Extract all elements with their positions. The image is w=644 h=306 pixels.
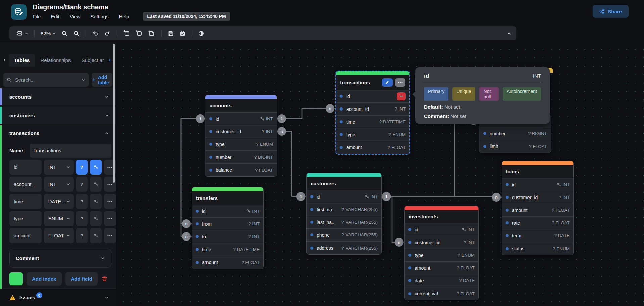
tabs-scroll-left-icon[interactable] xyxy=(0,58,9,62)
tab-subject-areas[interactable]: Subject ar xyxy=(76,54,107,67)
field-name-input[interactable]: time xyxy=(9,194,42,209)
field-more-options-button[interactable] xyxy=(104,211,116,226)
add-area-button[interactable] xyxy=(133,28,145,38)
table-more-options-button[interactable] xyxy=(395,78,405,87)
diagram-field-row[interactable]: time? DATETIME xyxy=(192,243,263,256)
field-name-input[interactable]: amount xyxy=(9,228,42,243)
add-table-button[interactable] xyxy=(121,28,133,38)
diagram-canvas[interactable]: 1 n 1 n 1 n n 1 1 n 1 n 1 n accounts idI… xyxy=(116,42,644,306)
add-field-button[interactable]: Add field xyxy=(65,272,98,286)
search-input[interactable] xyxy=(14,77,79,83)
menu-settings[interactable]: Settings xyxy=(90,14,108,19)
diagram-field-row[interactable]: from? INT xyxy=(192,218,263,230)
field-nullable-button[interactable]: ? xyxy=(76,160,88,175)
diagram-field-row[interactable]: number? BIGINT xyxy=(479,127,551,140)
diagram-field-row[interactable]: customer_id? INT xyxy=(502,191,573,204)
caret-down-icon[interactable] xyxy=(81,78,85,82)
menu-edit[interactable]: Edit xyxy=(51,14,59,19)
menu-help[interactable]: Help xyxy=(119,14,129,19)
field-primary-key-button[interactable] xyxy=(90,194,102,209)
table-name-input[interactable]: transactions xyxy=(30,144,111,158)
diagram-field-row[interactable]: id xyxy=(336,90,409,103)
field-name-input[interactable]: id xyxy=(9,160,42,175)
field-primary-key-button[interactable] xyxy=(90,160,102,175)
diagram-field-row[interactable]: amount? FLOAT xyxy=(405,262,478,274)
diagram-field-row[interactable]: amount? FLOAT xyxy=(502,204,573,217)
diagram-field-row[interactable]: limit? FLOAT xyxy=(479,140,551,153)
field-name-input[interactable]: account_ xyxy=(9,177,42,192)
field-name-input[interactable]: type xyxy=(9,211,42,226)
diagram-table-transfers[interactable]: transfers idINT from? INT to? INT time? … xyxy=(192,187,264,269)
diagram-field-row[interactable]: current_val? FLOAT xyxy=(405,287,478,300)
diagram-field-row[interactable]: type? ENUM xyxy=(336,128,409,141)
diagram-table-loans[interactable]: loans idINT customer_id? INT amount? FLO… xyxy=(502,161,574,255)
field-type-select[interactable]: FLOAT xyxy=(44,228,74,243)
diagram-field-row[interactable]: term? DATE xyxy=(502,229,573,242)
zoom-in-button[interactable] xyxy=(59,28,71,38)
theme-contrast-button[interactable] xyxy=(195,28,207,38)
field-type-select[interactable]: DATE... xyxy=(44,194,74,209)
field-more-options-button[interactable] xyxy=(104,194,116,209)
zoom-level-dropdown[interactable]: 82% xyxy=(38,28,59,38)
diagram-field-row[interactable]: address? VARCHAR(255) xyxy=(307,242,381,254)
sidebar-scrollbar[interactable] xyxy=(113,44,115,183)
diagram-field-row[interactable]: amount? FLOAT xyxy=(192,256,263,269)
diagram-field-row[interactable]: phone? VARCHAR(255) xyxy=(307,229,381,242)
diagram-field-row[interactable]: time? DATETIME xyxy=(336,116,409,128)
tabs-scroll-right-icon[interactable] xyxy=(107,58,112,62)
field-nullable-button[interactable]: ? xyxy=(76,177,88,192)
field-type-select[interactable]: ENUM xyxy=(44,211,74,226)
edit-table-button[interactable] xyxy=(382,78,393,87)
diagram-field-row[interactable]: type? ENUM xyxy=(205,138,277,151)
commit-button[interactable] xyxy=(177,28,188,38)
layout-button[interactable] xyxy=(14,28,31,38)
diagram-field-row[interactable]: first_na...? VARCHAR(255) xyxy=(307,203,381,216)
field-nullable-button[interactable]: ? xyxy=(76,211,88,226)
diagram-field-row[interactable]: account_id? INT xyxy=(336,103,409,116)
field-type-select[interactable]: INT xyxy=(44,160,74,175)
chevron-down-icon[interactable] xyxy=(105,113,109,118)
field-primary-key-button[interactable] xyxy=(90,177,102,192)
field-type-select[interactable]: INT xyxy=(44,177,74,192)
add-note-button[interactable] xyxy=(145,28,158,38)
sidebar-item-accounts[interactable]: accounts xyxy=(0,88,116,105)
tab-tables[interactable]: Tables xyxy=(9,54,35,67)
diagram-field-row[interactable]: customer_id? INT xyxy=(405,236,478,249)
comment-section[interactable]: Comment xyxy=(9,249,111,268)
diagram-table-investments[interactable]: investments idINT customer_id? INT type?… xyxy=(404,206,479,300)
diagram-table-customers[interactable]: customers idINT first_na...? VARCHAR(255… xyxy=(306,173,382,255)
add-index-button[interactable]: Add index xyxy=(27,272,62,286)
collapse-toolbar-icon[interactable] xyxy=(507,31,512,36)
diagram-field-row[interactable]: type? ENUM xyxy=(405,249,478,262)
delete-field-button[interactable] xyxy=(397,92,406,100)
tab-relationships[interactable]: Relationships xyxy=(35,54,76,67)
diagram-field-row[interactable]: status? ENUM xyxy=(502,242,573,255)
field-primary-key-button[interactable] xyxy=(90,228,102,243)
field-nullable-button[interactable]: ? xyxy=(76,228,88,243)
diagram-field-row[interactable]: customer_id? INT xyxy=(205,125,277,138)
field-primary-key-button[interactable] xyxy=(90,211,102,226)
chevron-down-icon[interactable] xyxy=(105,95,109,99)
diagram-field-row[interactable]: idINT xyxy=(192,205,263,218)
diagram-field-row[interactable]: idINT xyxy=(405,223,478,236)
share-button[interactable]: Share xyxy=(593,5,629,18)
diagram-field-row[interactable]: last_na...? VARCHAR(255) xyxy=(307,216,381,229)
save-button[interactable] xyxy=(165,28,177,38)
diagram-field-row[interactable]: amount? FLOAT xyxy=(336,141,409,154)
diagram-field-row[interactable]: date? DATE xyxy=(405,274,478,287)
field-more-options-button[interactable] xyxy=(104,228,116,243)
diagram-field-row[interactable]: idINT xyxy=(307,190,381,203)
diagram-field-row[interactable]: idINT xyxy=(502,178,573,191)
chevron-up-icon[interactable] xyxy=(105,131,109,135)
chevron-down-icon[interactable] xyxy=(104,295,109,300)
diagram-field-row[interactable]: to? INT xyxy=(192,230,263,243)
delete-table-button[interactable] xyxy=(101,276,108,282)
sidebar-item-customers[interactable]: customers xyxy=(0,107,116,124)
diagram-field-row[interactable]: balance? FLOAT xyxy=(205,164,277,176)
sidebar-item-transactions[interactable]: transactions xyxy=(2,125,116,141)
redo-button[interactable] xyxy=(101,28,113,38)
menu-file[interactable]: File xyxy=(33,14,41,19)
diagram-field-row[interactable]: idINT xyxy=(205,113,277,125)
issues-bar[interactable]: Issues 0 xyxy=(0,289,116,306)
diagram-table-transactions[interactable]: transactions id account_id? INT time? DA… xyxy=(335,71,410,155)
